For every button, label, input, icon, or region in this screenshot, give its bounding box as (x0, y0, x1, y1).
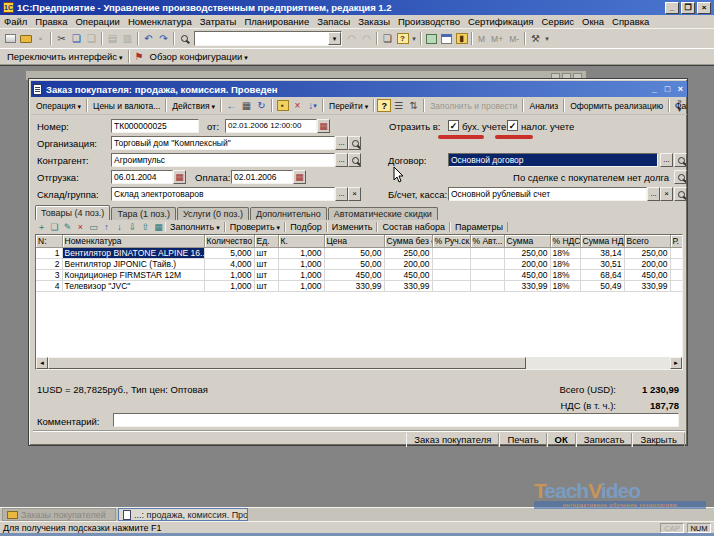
cell-sum-no-disc[interactable]: 330,99 (384, 280, 432, 291)
cell-unit[interactable]: шт (254, 280, 278, 291)
cut-icon[interactable]: ✂ (54, 32, 69, 46)
sort-asc-icon[interactable]: ⇩ (126, 221, 139, 233)
cell-k[interactable]: 1,000 (278, 258, 324, 269)
column-header[interactable]: Номенклатура (62, 235, 204, 247)
cell-p[interactable] (670, 269, 682, 280)
dialog-button[interactable]: ОК (547, 433, 576, 447)
memory-mplus-button[interactable]: M+ (488, 34, 506, 44)
cell-qty[interactable]: 5,000 (204, 247, 254, 258)
cell-pct-manual[interactable] (432, 258, 470, 269)
table-toolbar-button[interactable]: Подбор (285, 222, 327, 232)
operation-button[interactable]: Операция (33, 101, 84, 111)
ellipsis-button[interactable]: ... (335, 136, 348, 150)
find-prev-icon[interactable]: ◠ (359, 32, 374, 46)
restore-icon[interactable]: ❐ (681, 2, 695, 14)
column-header[interactable]: Всего (624, 235, 670, 247)
menu-item[interactable]: Правка (31, 16, 71, 27)
cell-p[interactable] (670, 247, 682, 258)
counterparty-field[interactable]: Агроимпульс (111, 153, 335, 167)
cell-vat-sum[interactable]: 38,14 (580, 247, 624, 258)
search-input[interactable] (196, 33, 328, 44)
calculator-icon[interactable] (424, 32, 439, 46)
delete-row-icon[interactable]: × (74, 221, 87, 233)
table-row[interactable]: 4 Телевизор "JVC" 1,000 шт 1,000 330,99 … (36, 280, 682, 291)
history-icon[interactable]: ▮ (454, 32, 469, 46)
actions-button[interactable]: Действия (169, 101, 218, 111)
cell-qty[interactable]: 4,000 (204, 258, 254, 269)
new-document-icon[interactable] (3, 32, 18, 46)
cell-sum-no-disc[interactable]: 200,00 (384, 258, 432, 269)
cell-n[interactable]: 2 (36, 258, 62, 269)
column-header[interactable]: Р. (670, 235, 682, 247)
horizontal-scrollbar[interactable]: ◄ ► (36, 357, 682, 369)
goto-button[interactable]: Перейти (326, 101, 371, 111)
register-sale-button[interactable]: Оформить реализацию (567, 101, 666, 111)
print-preview-icon[interactable]: ▥ (120, 32, 135, 46)
post-document-icon[interactable]: ▪ (275, 99, 290, 113)
help-icon[interactable]: ? (395, 32, 410, 46)
cell-n[interactable]: 3 (36, 269, 62, 280)
cell-price[interactable]: 330,99 (324, 280, 384, 291)
shipping-date-field[interactable]: 06.01.2004 (111, 170, 173, 184)
cell-k[interactable]: 1,000 (278, 247, 324, 258)
analysis-button[interactable]: Анализ (526, 101, 561, 111)
cell-vat-sum[interactable]: 30,51 (580, 258, 624, 269)
cell-n[interactable]: 4 (36, 280, 62, 291)
column-header[interactable]: N: (36, 235, 62, 247)
menu-item[interactable]: Файл (0, 16, 31, 27)
column-header[interactable]: К. (278, 235, 324, 247)
toolbar-overflow-icon[interactable]: »▾ (674, 98, 685, 115)
cell-vat-pct[interactable]: 18% (550, 258, 580, 269)
close-icon[interactable]: × (697, 2, 711, 14)
cell-sum[interactable]: 250,00 (504, 247, 550, 258)
cell-p[interactable] (670, 280, 682, 291)
column-header[interactable]: Сумма (504, 235, 550, 247)
comment-field[interactable] (113, 413, 679, 427)
list-settings-icon[interactable]: ☰ (391, 99, 406, 113)
accounting-checkbox-label[interactable]: бух. учете (462, 121, 506, 132)
cell-p[interactable] (670, 258, 682, 269)
scroll-left-icon[interactable]: ◄ (36, 357, 48, 369)
refresh-icon[interactable]: ↻ (254, 99, 269, 113)
tab[interactable]: Товары (4 поз.) (35, 205, 110, 220)
unpost-document-icon[interactable]: × (290, 99, 305, 113)
ellipsis-button[interactable]: ... (335, 153, 348, 167)
bank-account-field[interactable]: Основной рублевый счет (448, 187, 647, 201)
find-icon[interactable] (177, 32, 192, 46)
menu-item[interactable]: Справка (608, 16, 653, 27)
scrollbar-thumb[interactable] (48, 357, 526, 369)
paste-icon[interactable]: ❏ (84, 32, 99, 46)
cell-pct-manual[interactable] (432, 269, 470, 280)
cell-unit[interactable]: шт (254, 258, 278, 269)
window-tab-orders-list[interactable]: Заказы покупателей (2, 508, 116, 521)
move-down-icon[interactable]: ↓ (113, 221, 126, 233)
menu-item[interactable]: Производство (394, 16, 464, 27)
windows-list-icon[interactable]: ❏ (380, 32, 395, 46)
cell-sum[interactable]: 330,99 (504, 280, 550, 291)
tools-icon[interactable]: ⚒ (528, 32, 543, 46)
ellipsis-button[interactable]: ... (660, 153, 673, 167)
tab[interactable]: Автоматические скидки (328, 207, 438, 220)
undo-icon[interactable]: ↶ (141, 32, 156, 46)
cell-qty[interactable]: 1,000 (204, 269, 254, 280)
ellipsis-button[interactable]: ... (647, 187, 660, 201)
open-icon[interactable] (18, 32, 33, 46)
dialog-button[interactable]: Печать (499, 433, 546, 447)
cell-k[interactable]: 1,000 (278, 280, 324, 291)
dialog-help-icon[interactable]: ? (377, 99, 391, 112)
magnifier-icon[interactable] (348, 153, 361, 167)
create-based-on-icon[interactable]: ↓ (305, 99, 320, 113)
tax-checkbox-label[interactable]: налог. учете (521, 121, 574, 132)
menu-item[interactable]: Заказы (354, 16, 394, 27)
tax-checkbox[interactable]: ✓ (507, 120, 518, 131)
switch-interface-button[interactable]: Переключить интерфейс (4, 51, 126, 62)
table-toolbar-button[interactable]: Проверить (225, 222, 285, 232)
column-header[interactable]: % НДС (550, 235, 580, 247)
menu-item[interactable]: Затраты (196, 16, 241, 27)
cell-total[interactable]: 330,99 (624, 280, 670, 291)
cell-vat-pct[interactable]: 18% (550, 280, 580, 291)
column-header[interactable]: % Руч.ск. (432, 235, 470, 247)
tab[interactable]: Услуги (0 поз.) (177, 207, 249, 220)
clear-button[interactable]: × (348, 187, 361, 201)
dialog-button[interactable]: Записать (576, 433, 633, 447)
